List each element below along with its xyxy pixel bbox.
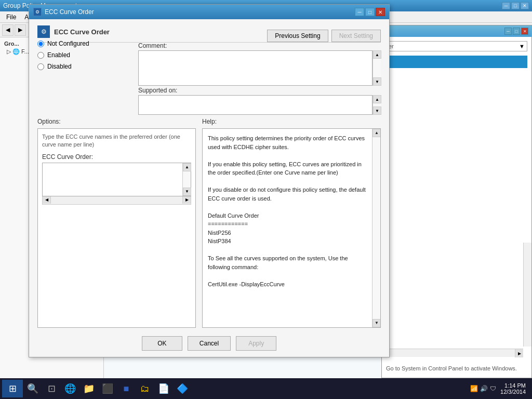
nav-buttons: Previous Setting Next Setting <box>267 30 381 42</box>
radio-disabled-label: Disabled <box>47 63 72 70</box>
supported-scrollbar[interactable]: ▲ ▼ <box>373 95 381 115</box>
comment-scrollbar[interactable]: ▲ ▼ <box>373 50 381 86</box>
bg-win2-list <box>386 70 527 72</box>
supported-label: Supported on: <box>138 87 381 94</box>
dialog-minimize-btn[interactable]: ─ <box>355 8 364 16</box>
supported-scroll-down[interactable]: ▼ <box>373 107 381 115</box>
taskbar-task-view[interactable]: ⊡ <box>43 380 60 397</box>
ecc-scroll-up[interactable]: ▲ <box>183 163 191 171</box>
next-setting-btn[interactable]: Next Setting <box>331 30 381 42</box>
hscroll-right-btn[interactable]: ▶ <box>515 349 523 357</box>
radio-not-configured[interactable]: Not Configured <box>37 40 126 47</box>
comment-wrapper: ▲ ▼ <box>138 50 381 86</box>
date-display: 12/3/2014 <box>500 389 526 395</box>
help-scroll-up[interactable]: ▲ <box>373 129 381 137</box>
ecc-curve-textarea[interactable] <box>43 163 182 196</box>
radio-not-configured-label: Not Configured <box>47 40 89 47</box>
help-label: Help: <box>202 118 217 125</box>
supported-textarea[interactable] <box>138 95 373 115</box>
taskbar-right: 📶 🔊 🛡 1:14 PM 12/3/2014 <box>470 382 530 395</box>
comment-scroll-down[interactable]: ▼ <box>373 77 381 86</box>
dialog-close-btn[interactable]: ✕ <box>376 8 385 16</box>
options-panel: Type the ECC curve names in the preferre… <box>37 128 196 328</box>
dialog-maximize-btn[interactable]: □ <box>365 8 375 16</box>
options-box: Type the ECC curve names in the preferre… <box>37 128 196 328</box>
bg-win2-minimize[interactable]: ─ <box>504 28 512 35</box>
taskbar-notepad[interactable]: 📄 <box>155 380 172 397</box>
help-panel: This policy setting determines the prior… <box>202 128 381 328</box>
help-scrollbar[interactable]: ▲ ▼ <box>372 129 380 327</box>
menu-file[interactable]: File <box>2 12 20 22</box>
ecc-textarea-container: ▲ ▼ ◀ ▶ <box>42 163 191 205</box>
bg-win2-maximize[interactable]: □ <box>513 28 520 35</box>
bg-win2-hscrollbar[interactable]: ▶ <box>382 349 523 357</box>
comment-label: Comment: <box>138 42 381 49</box>
network-icon: 📶 <box>470 385 478 392</box>
taskbar-app1[interactable]: 🔷 <box>174 380 191 397</box>
back-btn[interactable]: ◀ <box>2 24 14 36</box>
radio-enabled-label: Enabled <box>47 51 70 59</box>
taskbar-ie[interactable]: 🌐 <box>61 380 79 397</box>
system-tray: 📶 🔊 🛡 <box>470 385 496 392</box>
dropdown-arrow-icon: ▼ <box>519 43 525 49</box>
dialog-body: ⚙ ECC Curve Order Previous Setting Next … <box>29 19 389 357</box>
taskbar-ps[interactable]: ■ <box>117 380 135 397</box>
ecc-hscroll-right[interactable]: ▶ <box>182 196 191 204</box>
apply-btn[interactable]: Apply <box>236 336 276 351</box>
options-hint: Type the ECC curve names in the preferre… <box>42 133 191 149</box>
activate-windows-msg: Go to System in Control Panel to activat… <box>386 365 527 373</box>
options-label: Options: <box>37 118 61 125</box>
taskbar: ⊞ 🔍 ⊡ 🌐 📁 ⬛ ■ 🗂 📄 🔷 📶 🔊 🛡 1:14 PM 12/3/2… <box>0 378 532 399</box>
bg-win2-close[interactable]: ✕ <box>521 28 528 35</box>
help-text: This policy setting determines the prior… <box>208 134 367 288</box>
help-scroll-down[interactable]: ▼ <box>373 319 381 327</box>
ecc-hscrollbar[interactable]: ◀ ▶ <box>42 196 191 205</box>
help-box: This policy setting determines the prior… <box>202 128 381 328</box>
taskbar-folder2[interactable]: 🗂 <box>136 380 154 397</box>
dialog-footer: OK Cancel Apply <box>29 336 389 351</box>
ecc-input-wrapper: ▲ ▼ <box>42 163 191 196</box>
bg-win2-selected-row[interactable] <box>386 56 527 68</box>
bg-win2-dropdown[interactable]: er ▼ <box>386 41 527 51</box>
ecc-curve-label: ECC Curve Order: <box>42 153 191 161</box>
minimize-btn[interactable]: ─ <box>502 2 510 9</box>
supported-scroll-up[interactable]: ▲ <box>373 95 381 103</box>
ecc-dialog: ⚙ ECC Curve Order ─ □ ✕ ⚙ ECC Curve Orde… <box>29 4 390 357</box>
radio-disabled[interactable]: Disabled <box>37 63 126 70</box>
ecc-vscrollbar[interactable]: ▲ ▼ <box>182 163 191 196</box>
taskbar-search[interactable]: 🔍 <box>24 380 42 397</box>
secondary-window: ■ ─ □ ✕ er ▼ ▶ <box>381 25 532 378</box>
options-help-panels: Type the ECC curve names in the preferre… <box>37 128 381 328</box>
ok-btn[interactable]: OK <box>142 336 182 351</box>
comment-textarea[interactable] <box>138 50 373 86</box>
taskbar-explorer[interactable]: 📁 <box>80 380 98 397</box>
maximize-btn[interactable]: □ <box>511 2 520 9</box>
close-main-btn[interactable]: ✕ <box>521 2 529 9</box>
supported-section: Supported on: ▲ ▼ <box>138 87 381 115</box>
radio-group: Not Configured Enabled Disabled <box>37 36 126 70</box>
dialog-title-text: ECC Curve Order <box>45 8 94 16</box>
supported-wrapper: ▲ ▼ <box>138 95 381 115</box>
dialog-icon: ⚙ <box>33 8 42 16</box>
clock[interactable]: 1:14 PM 12/3/2014 <box>500 382 526 395</box>
cancel-btn[interactable]: Cancel <box>188 336 231 351</box>
options-help-labels-row: Options: Help: <box>37 118 381 125</box>
ecc-scroll-down[interactable]: ▼ <box>183 188 191 196</box>
time-display: 1:14 PM <box>500 382 526 389</box>
previous-setting-btn[interactable]: Previous Setting <box>267 30 328 42</box>
radio-enabled[interactable]: Enabled <box>37 51 126 59</box>
policy-title: ECC Curve Order <box>54 28 110 36</box>
start-button[interactable]: ⊞ <box>2 380 23 397</box>
bg-win2-scrollbar[interactable] <box>523 243 531 347</box>
taskbar-cmd[interactable]: ⬛ <box>99 380 116 397</box>
ecc-hscroll-left[interactable]: ◀ <box>43 196 51 204</box>
comment-section: Comment: ▲ ▼ <box>138 42 381 86</box>
forward-btn[interactable]: ▶ <box>15 24 26 36</box>
dialog-titlebar: ⚙ ECC Curve Order ─ □ ✕ <box>29 5 389 19</box>
volume-icon: 🔊 <box>480 385 488 392</box>
security-icon: 🛡 <box>490 385 496 392</box>
comment-scroll-up[interactable]: ▲ <box>373 50 381 59</box>
